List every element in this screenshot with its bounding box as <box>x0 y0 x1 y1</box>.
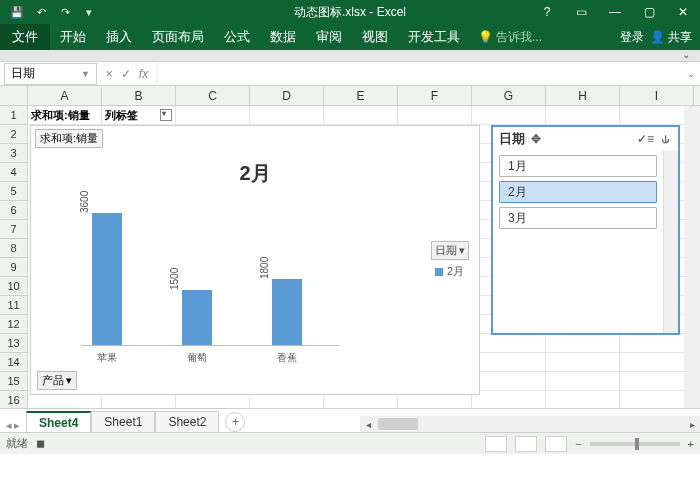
filter-icon[interactable] <box>160 109 172 121</box>
cell[interactable] <box>472 372 546 391</box>
expand-formula-bar-icon[interactable]: ⌄ <box>682 68 700 79</box>
column-header[interactable]: D <box>250 86 324 106</box>
cell[interactable] <box>324 106 398 125</box>
login-link[interactable]: 登录 <box>620 29 644 46</box>
chart-title[interactable]: 2月 <box>31 160 479 187</box>
slicer-item[interactable]: 3月 <box>499 207 657 229</box>
row-header[interactable]: 10 <box>0 277 28 296</box>
cell[interactable] <box>620 334 694 353</box>
tab-home[interactable]: 开始 <box>50 24 96 50</box>
maximize-button[interactable]: ▢ <box>632 0 666 24</box>
row-header[interactable]: 5 <box>0 182 28 201</box>
chart-bar[interactable]: 1500 <box>182 290 212 345</box>
row-header[interactable]: 12 <box>0 315 28 334</box>
sheet-tab[interactable]: Sheet2 <box>155 411 219 433</box>
column-header[interactable]: C <box>176 86 250 106</box>
row-header[interactable]: 3 <box>0 144 28 163</box>
column-header[interactable]: I <box>620 86 694 106</box>
cell[interactable]: 求和项:销量 <box>28 106 102 125</box>
sheet-tab[interactable]: Sheet1 <box>91 411 155 433</box>
row-header[interactable]: 1 <box>0 106 28 125</box>
zoom-out-button[interactable]: − <box>575 438 581 450</box>
cell[interactable] <box>620 106 694 125</box>
horizontal-scrollbar[interactable]: ◂ ▸ <box>360 416 700 432</box>
chart-plot-area[interactable]: 3600苹果1500葡萄1800香蕉 <box>81 198 339 346</box>
row-header[interactable]: 2 <box>0 125 28 144</box>
cell[interactable] <box>620 372 694 391</box>
zoom-slider[interactable] <box>590 442 680 446</box>
tell-me[interactable]: 💡 告诉我... <box>470 29 550 46</box>
tab-formulas[interactable]: 公式 <box>214 24 260 50</box>
undo-icon[interactable]: ↶ <box>30 2 52 22</box>
slicer-item[interactable]: 1月 <box>499 155 657 177</box>
slicer-header[interactable]: 日期 ✥ ✓≡ ⫝ <box>493 127 678 151</box>
legend-field-button[interactable]: 日期▾ <box>431 241 469 260</box>
view-normal-button[interactable] <box>485 436 507 452</box>
row-header[interactable]: 14 <box>0 353 28 372</box>
cell[interactable] <box>472 106 546 125</box>
sheet-tab[interactable]: Sheet4 <box>26 411 91 433</box>
tab-view[interactable]: 视图 <box>352 24 398 50</box>
pivot-chart[interactable]: 求和项:销量 2月 3600苹果1500葡萄1800香蕉 日期▾ 2月 产品▾ <box>30 125 480 395</box>
row-header[interactable]: 13 <box>0 334 28 353</box>
slicer[interactable]: 日期 ✥ ✓≡ ⫝ 1月2月3月 <box>491 125 680 335</box>
row-header[interactable]: 15 <box>0 372 28 391</box>
scroll-thumb[interactable] <box>378 418 418 430</box>
chart-value-field-label[interactable]: 求和项:销量 <box>35 129 103 148</box>
column-header[interactable]: G <box>472 86 546 106</box>
scroll-left-icon[interactable]: ◂ <box>360 416 376 432</box>
cell[interactable] <box>546 353 620 372</box>
cell[interactable] <box>546 334 620 353</box>
clear-filter-icon[interactable]: ⫝ <box>660 132 672 146</box>
tab-insert[interactable]: 插入 <box>96 24 142 50</box>
row-header[interactable]: 6 <box>0 201 28 220</box>
name-box-dropdown-icon[interactable]: ▼ <box>81 69 90 79</box>
tab-page-layout[interactable]: 页面布局 <box>142 24 214 50</box>
share-button[interactable]: 👤 共享 <box>650 29 692 46</box>
formula-input[interactable] <box>157 62 682 85</box>
row-header[interactable]: 7 <box>0 220 28 239</box>
row-header[interactable]: 8 <box>0 239 28 258</box>
column-header[interactable]: F <box>398 86 472 106</box>
row-header[interactable]: 11 <box>0 296 28 315</box>
column-header[interactable]: H <box>546 86 620 106</box>
chart-legend[interactable]: 日期▾ 2月 <box>431 241 469 279</box>
tab-developer[interactable]: 开发工具 <box>398 24 470 50</box>
new-sheet-button[interactable]: + <box>225 412 245 432</box>
sheet-nav-next-icon[interactable]: ▸ <box>14 419 20 432</box>
cell[interactable] <box>176 106 250 125</box>
axis-field-button[interactable]: 产品▾ <box>37 371 77 390</box>
cell[interactable] <box>620 353 694 372</box>
name-box[interactable]: 日期 ▼ <box>4 63 97 85</box>
slicer-item[interactable]: 2月 <box>499 181 657 203</box>
view-page-layout-button[interactable] <box>515 436 537 452</box>
chart-bar[interactable]: 3600 <box>92 213 122 345</box>
tab-review[interactable]: 审阅 <box>306 24 352 50</box>
row-header[interactable]: 9 <box>0 258 28 277</box>
move-icon[interactable]: ✥ <box>531 132 541 146</box>
zoom-in-button[interactable]: + <box>688 438 694 450</box>
close-button[interactable]: ✕ <box>666 0 700 24</box>
slicer-scrollbar[interactable] <box>663 151 678 333</box>
column-header[interactable]: E <box>324 86 398 106</box>
cell[interactable] <box>398 106 472 125</box>
help-icon[interactable]: ? <box>530 0 564 24</box>
cell[interactable] <box>546 372 620 391</box>
ribbon-options-icon[interactable]: ▭ <box>564 0 598 24</box>
cell[interactable] <box>472 334 546 353</box>
vertical-scrollbar[interactable] <box>684 106 700 416</box>
enter-formula-icon[interactable]: ✓ <box>121 67 131 81</box>
macro-record-icon[interactable]: ◼ <box>36 437 45 450</box>
chart-bar[interactable]: 1800 <box>272 279 302 345</box>
tab-data[interactable]: 数据 <box>260 24 306 50</box>
save-icon[interactable]: 💾 <box>6 2 28 22</box>
fx-icon[interactable]: fx <box>139 67 148 81</box>
qat-customize-icon[interactable]: ▾ <box>78 2 100 22</box>
multi-select-icon[interactable]: ✓≡ <box>637 132 654 146</box>
cancel-formula-icon[interactable]: × <box>106 67 113 81</box>
expand-ribbon-icon[interactable]: ⌄ <box>682 49 690 60</box>
cell[interactable] <box>250 106 324 125</box>
cell[interactable] <box>546 106 620 125</box>
scroll-right-icon[interactable]: ▸ <box>684 416 700 432</box>
tab-file[interactable]: 文件 <box>0 24 50 50</box>
